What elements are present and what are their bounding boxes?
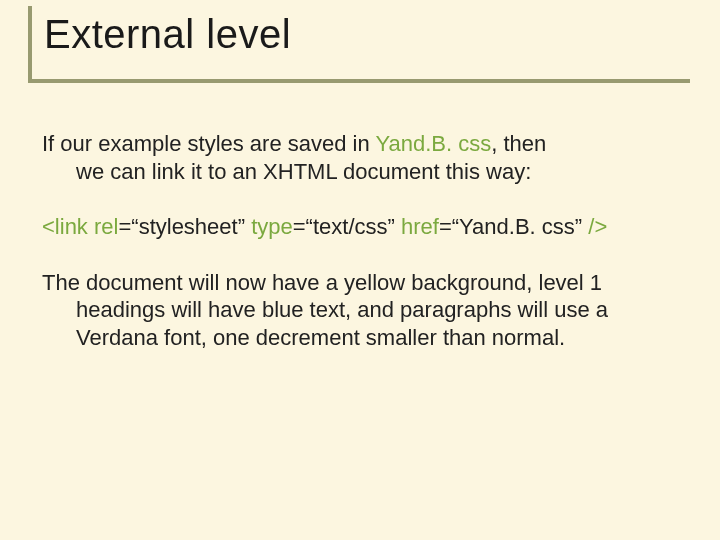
slide: External level If our example styles are… — [0, 0, 720, 540]
code-val-type: “text/css” — [306, 214, 395, 239]
code-eq3: = — [439, 214, 452, 239]
code-val-rel: “stylesheet” — [131, 214, 245, 239]
code-tag-name: link — [55, 214, 88, 239]
code-attr-href: href — [401, 214, 439, 239]
slide-title: External level — [44, 12, 291, 56]
intro-text-pre: If our example styles are saved in — [42, 131, 375, 156]
result-line3: Verdana font, one decrement smaller than… — [42, 324, 672, 352]
code-attr-rel: rel — [94, 214, 118, 239]
code-eq1: = — [118, 214, 131, 239]
code-attr-type: type — [251, 214, 293, 239]
intro-text-line2: we can link it to an XHTML document this… — [42, 158, 672, 186]
code-eq2: = — [293, 214, 306, 239]
result-line1: The document will now have a yellow back… — [42, 269, 672, 297]
title-container: External level — [28, 6, 690, 83]
code-open-bracket: < — [42, 214, 55, 239]
result-paragraph: The document will now have a yellow back… — [42, 269, 672, 352]
slide-content: If our example styles are saved in Yand.… — [42, 130, 672, 351]
css-filename: Yand.B. css — [375, 131, 491, 156]
intro-paragraph: If our example styles are saved in Yand.… — [42, 130, 672, 185]
title-box: External level — [28, 6, 690, 83]
code-example: <link rel=“stylesheet” type=“text/css” h… — [42, 213, 672, 241]
code-val-href: “Yand.B. css” — [452, 214, 582, 239]
result-line2: headings will have blue text, and paragr… — [42, 296, 672, 324]
code-close-bracket: /> — [588, 214, 607, 239]
intro-text-post: , then — [491, 131, 546, 156]
